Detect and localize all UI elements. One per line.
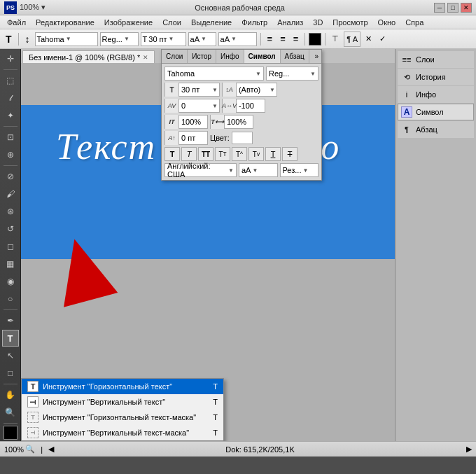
tracking-input[interactable] xyxy=(237,99,265,112)
panel-item-symbol[interactable]: A Символ xyxy=(398,104,474,120)
hand-tool[interactable]: ✋ xyxy=(2,386,19,403)
menu-image[interactable]: Изображение xyxy=(100,18,157,27)
separator-4 xyxy=(325,33,326,46)
align-center-btn[interactable]: ≡ xyxy=(277,32,288,47)
panel-tab-layers[interactable]: Слои xyxy=(162,50,188,63)
color-picker[interactable] xyxy=(232,132,253,144)
small-caps-btn[interactable]: TT xyxy=(215,147,230,161)
magic-wand-tool[interactable]: ✦ xyxy=(2,107,19,124)
flyout-item-vertical-text[interactable]: T Инструмент "Вертикальный текст" T xyxy=(22,394,223,410)
clone-tool[interactable]: ⊛ xyxy=(2,203,19,220)
font-size-input[interactable] xyxy=(179,83,211,96)
flyout-item-vertical-mask[interactable]: T Инструмент "Вертикальный текст-маска" … xyxy=(22,425,223,440)
menu-selection[interactable]: Выделение xyxy=(187,18,236,27)
italic-btn[interactable]: T xyxy=(181,147,197,161)
antialias-field[interactable]: аА ▼ xyxy=(239,163,278,177)
pen-tool[interactable]: ✒ xyxy=(2,312,19,329)
panel-tab-info[interactable]: Инфо xyxy=(216,50,244,63)
panel-tab-history[interactable]: Истор xyxy=(188,50,216,63)
healing-tool[interactable]: ⊘ xyxy=(2,168,19,185)
warp-text-btn[interactable]: ⊤ xyxy=(329,32,342,47)
commit-changes-btn[interactable]: ✓ xyxy=(377,32,388,47)
chevron-down-icon: ▼ xyxy=(201,36,206,42)
panel-item-label: Абзац xyxy=(416,125,438,134)
antialiasing-dropdown[interactable]: аА ▼ xyxy=(188,32,216,46)
foreground-color[interactable] xyxy=(4,426,18,440)
tracking-icon: A↔V xyxy=(223,99,237,113)
menu-edit[interactable]: Редактирование xyxy=(31,18,99,27)
status-nav-left[interactable]: ◀ xyxy=(48,445,54,454)
underline-btn[interactable]: T xyxy=(265,147,281,161)
align-right-btn[interactable]: ≡ xyxy=(290,32,302,47)
panel-tab-paragraph[interactable]: Абзац xyxy=(281,50,309,63)
font-family-dropdown[interactable]: Tahoma ▼ xyxy=(35,32,98,46)
strikethrough-btn[interactable]: T xyxy=(282,147,298,161)
crop-tool[interactable]: ⊡ xyxy=(2,129,19,146)
brush-tool[interactable]: 🖌 xyxy=(2,186,19,202)
color-row: Цвет: xyxy=(210,132,253,144)
close-button[interactable]: ✕ xyxy=(461,3,472,13)
shape-tool[interactable]: □ xyxy=(2,365,19,382)
eraser-tool[interactable]: ◻ xyxy=(2,238,19,255)
text-tool-icon[interactable]: T xyxy=(3,32,15,47)
font-size-dropdown[interactable]: T 30 пт ▼ xyxy=(141,32,186,46)
eyedropper-tool[interactable]: ⊕ xyxy=(2,146,19,163)
language-dropdown[interactable]: Английский: США ▼ xyxy=(164,163,237,177)
panel-item-info[interactable]: i Инфо xyxy=(398,86,474,103)
char-paragraph-btn[interactable]: ¶ A xyxy=(344,32,360,47)
menu-analysis[interactable]: Анализ xyxy=(273,18,307,27)
path-selection-tool[interactable]: ↖ xyxy=(2,347,19,364)
color-swatch[interactable] xyxy=(309,33,321,46)
move-tool[interactable]: ✛ xyxy=(2,50,19,67)
status-nav-right[interactable]: ▶ xyxy=(466,445,472,454)
font-style-dropdown[interactable]: Reg... ▼ xyxy=(100,32,139,46)
align-left-btn[interactable]: ≡ xyxy=(265,32,276,47)
selection-tool[interactable]: ⬚ xyxy=(2,72,19,89)
baseline-input[interactable] xyxy=(179,132,207,144)
blur-tool[interactable]: ◉ xyxy=(2,273,19,290)
paragraph-icon: ¶ xyxy=(401,124,412,135)
panel-item-paragraph[interactable]: ¶ Абзац xyxy=(398,121,474,138)
menu-file[interactable]: Файл xyxy=(3,18,30,27)
gradient-tool[interactable]: ▦ xyxy=(2,256,19,272)
cancel-changes-btn[interactable]: ✕ xyxy=(363,32,374,47)
zoom-level: 100% 🔍 xyxy=(4,445,35,454)
menu-help[interactable]: Спра xyxy=(401,18,428,27)
panel-item-layers[interactable]: ≡≡ Слои xyxy=(398,51,474,68)
kerning-input[interactable] xyxy=(179,99,211,112)
menu-view[interactable]: Просмотр xyxy=(328,18,372,27)
text-tool[interactable]: T xyxy=(2,330,19,347)
document-tab[interactable]: Без имени-1 @ 100% (RGB/8) * ✕ xyxy=(22,50,155,63)
window-controls[interactable]: ─ □ ✕ xyxy=(434,3,472,13)
menu-3d[interactable]: 3D xyxy=(309,18,327,27)
font-family-field[interactable]: Tahoma ▼ xyxy=(164,67,264,81)
panel-tab-symbol[interactable]: Символ xyxy=(244,50,281,63)
lasso-tool[interactable]: 𝓁 xyxy=(2,90,19,106)
menu-filter[interactable]: Фильтр xyxy=(237,18,272,27)
flyout-item-horizontal-text[interactable]: T Инструмент "Горизонтальный текст" T xyxy=(22,379,223,394)
bold-btn[interactable]: T xyxy=(164,147,180,161)
flyout-item-horizontal-mask[interactable]: T Инструмент "Горизонтальный текст-маска… xyxy=(22,410,223,425)
maximize-button[interactable]: □ xyxy=(447,3,458,13)
font-style-field[interactable]: Reg... ▼ xyxy=(266,67,318,81)
chevron-down-icon: ▼ xyxy=(66,36,71,42)
tab-close-btn[interactable]: ✕ xyxy=(143,54,148,61)
shortcut-label: T xyxy=(213,428,218,437)
panel-item-history[interactable]: ⟲ История xyxy=(398,69,474,85)
antialias-mode-field[interactable]: Рез... ▼ xyxy=(280,163,319,177)
zoom-tool[interactable]: 🔍 xyxy=(2,404,19,421)
menu-layers[interactable]: Слои xyxy=(158,18,186,27)
superscript-btn[interactable]: T^ xyxy=(232,147,247,161)
all-caps-btn[interactable]: TT xyxy=(198,147,214,161)
leading-input[interactable] xyxy=(237,83,268,96)
panel-more-btn[interactable]: » xyxy=(312,50,321,63)
aliasing-mode-dropdown[interactable]: аА ▼ xyxy=(218,32,257,46)
dodge-tool[interactable]: ○ xyxy=(2,291,19,307)
vertical-scale-input[interactable] xyxy=(179,116,207,128)
minimize-button[interactable]: ─ xyxy=(434,3,445,13)
history-brush[interactable]: ↺ xyxy=(2,221,19,237)
subscript-btn[interactable]: Tv xyxy=(248,147,264,161)
horizontal-scale-input[interactable] xyxy=(225,116,253,128)
text-orientation[interactable]: ↕ xyxy=(22,32,33,47)
menu-window[interactable]: Окно xyxy=(374,18,400,27)
